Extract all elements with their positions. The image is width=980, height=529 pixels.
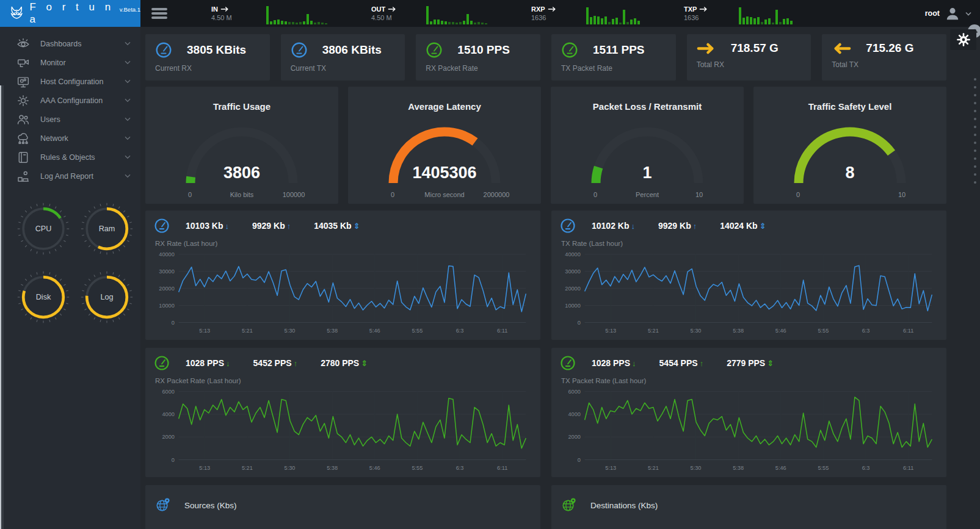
stat-card-label: RX Packet Rate [426,64,531,73]
svg-text:Percent: Percent [636,191,659,198]
scrollbar-dots[interactable] [974,78,976,189]
svg-text:0: 0 [578,320,581,326]
sparkline-bar [441,21,443,24]
gauge-svg: 10Percent10 [576,119,718,201]
sparkline-bar [634,18,636,24]
stat-card-top: 718.57 G [697,41,802,55]
sidebar-item-label: Dashboards [40,40,125,48]
svg-text:Micro second: Micro second [424,191,464,198]
chart-stat-updown: 14024 Kb⇕ [720,221,766,231]
users-icon [17,113,29,126]
left-scrollbar[interactable] [0,85,4,529]
svg-text:Kilo bits: Kilo bits [230,191,254,198]
sparkline-bar [437,20,440,24]
knob-gauge-svg: Disk [16,270,71,325]
gauge-title: Traffic Safety Level [753,101,946,112]
brand-name: F o r t u n a [29,1,118,26]
nav-stat-value: 1636 [684,14,723,21]
settings-button[interactable] [950,29,976,50]
svg-text:3806: 3806 [223,164,260,182]
chevron-down-icon [125,60,131,65]
svg-text:Log: Log [100,293,113,301]
sidebar-item-log-and-report[interactable]: Log And Report [0,167,140,185]
sparkline-bar [303,21,305,24]
chart-stats: 10103 Kb↓9929 Kb↑14035 Kb⇕ [186,221,360,231]
svg-text:5:21: 5:21 [648,465,659,471]
scroll-dot [974,94,976,96]
main-content: 3805 KBitsCurrent RX3806 KBitsCurrent TX… [140,27,980,529]
chart-stats: 1028 PPS↓5454 PPS↑2779 PPS⇕ [592,358,774,368]
sparkline-bar [456,23,458,24]
speedometer-icon [560,355,576,371]
sidebar-item-users[interactable]: Users [0,110,140,129]
arrow-right-icon [388,6,397,12]
nav-stat-label: OUT [371,5,410,13]
nav-stat-txp: TXP1636 [684,2,794,24]
stat-card-top: 3806 KBits [291,41,396,59]
svg-text:20000: 20000 [565,286,581,292]
svg-text:5:55: 5:55 [818,465,829,471]
svg-text:6:11: 6:11 [903,328,913,334]
sidebar-item-label: Network [40,134,125,143]
sparkline-bar [296,23,298,24]
host-icon [17,76,29,88]
sidebar-item-rules-objects[interactable]: Rules & Objects [0,148,140,167]
bottom-card-destinations-kbs: Destinations (Kbs) [551,485,946,529]
line-chart[interactable]: 02000400060005:135:215:305:385:465:556:3… [560,386,938,477]
sparkline-bar [299,22,302,24]
sidebar-item-host-configuration[interactable]: Host Configuration [0,72,140,91]
nav-stat-label: RXP [531,5,570,13]
stat-card-current-tx: 3806 KBitsCurrent TX [281,34,405,81]
svg-text:0: 0 [391,191,394,198]
arrow-down-icon: ↓ [226,359,230,368]
user-avatar-icon [945,5,960,21]
bottom-cards-row: Sources (Kbs)Destinations (Kbs) [145,485,946,529]
sidebar-item-dashboards[interactable]: Dashboards [0,34,140,53]
chart-card-rx-packet-rate-last-hour: 1028 PPS↓5452 PPS↑2780 PPS⇕RX Packet Rat… [145,348,540,477]
hamburger-icon[interactable] [151,6,167,21]
svg-text:10000: 10000 [159,303,175,309]
sidebar-item-network[interactable]: Network [0,129,140,148]
user-menu[interactable]: root [925,5,971,21]
stat-card-total-tx: 715.26 GTotal TX [822,34,946,81]
svg-text:6:11: 6:11 [497,465,507,471]
sparkline-bar [790,21,793,24]
line-chart[interactable]: 0100002000030000400005:135:215:305:385:4… [154,248,532,340]
knob-gauge-disk: Disk [16,270,71,325]
svg-text:30000: 30000 [565,268,581,275]
svg-text:6:3: 6:3 [862,465,870,471]
line-chart[interactable]: 0100002000030000400005:135:215:305:385:4… [560,248,938,340]
stat-card-label: Total RX [697,60,802,69]
chart-stat-down: 10102 Kb↓ [592,221,635,231]
chart-stat-updown: 2779 PPS⇕ [727,358,774,368]
arrow-down-icon: ↓ [631,221,635,231]
chart-header: 10102 Kb↓9929 Kb↑14024 Kb⇕ [560,218,938,234]
stat-card-top: 1510 PPS [426,41,531,59]
bottom-card-title: Destinations (Kbs) [590,501,658,510]
svg-text:5:38: 5:38 [733,328,744,334]
charts-grid: 10103 Kb↓9929 Kb↑14035 Kb⇕RX Rate (Last … [145,211,946,477]
username-label: root [925,9,940,18]
sidebar-item-monitor[interactable]: Monitor [0,53,140,72]
sparkline-bar [314,23,316,24]
svg-text:5:38: 5:38 [327,465,338,471]
chart-header: 1028 PPS↓5454 PPS↑2779 PPS⇕ [560,355,938,371]
arrow-left-icon [832,42,851,55]
chart-stat-down: 1028 PPS↓ [592,358,636,368]
camera-icon [17,57,29,69]
chart-header: 10103 Kb↓9929 Kb↑14035 Kb⇕ [154,218,532,234]
chart-stat-up: 5452 PPS↑ [253,358,298,368]
line-chart[interactable]: 02000400060005:135:215:305:385:465:556:3… [154,386,532,477]
sidebar-item-aaa-configuration[interactable]: AAA Configuration [0,91,140,110]
nav-stat-label: TXP [684,5,723,13]
stat-cards-row: 3805 KBitsCurrent RX3806 KBitsCurrent TX… [145,34,946,81]
stat-card-total-rx: 718.57 GTotal RX [687,34,811,81]
nav-stat-label-text: RXP [531,5,545,13]
gauge-svg: 8010 [779,119,921,201]
svg-text:5:38: 5:38 [733,465,744,471]
knob-gauge-log: Log [79,270,134,325]
sparkline-bar [597,16,600,24]
brand-logo[interactable]: F o r t u n a v.Beta.1 [0,0,140,27]
bottom-card-header: Sources (Kbs) [155,497,531,513]
scroll-dot [974,165,976,168]
